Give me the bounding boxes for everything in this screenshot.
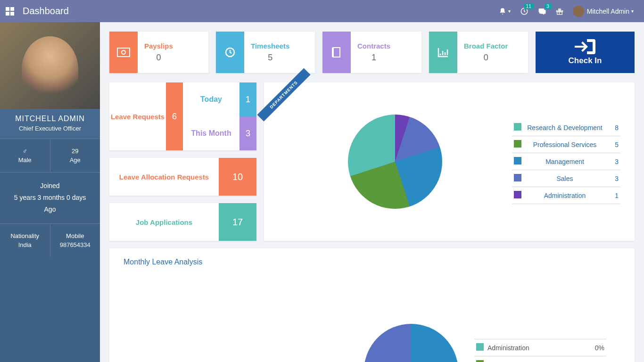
leave-month: This Month3 — [183, 116, 256, 150]
profile-name-block: MITCHELL ADMIN Chief Executive Officer — [0, 109, 100, 139]
profile-photo — [0, 22, 100, 109]
main-content: Payslips0 Timesheets5 Contracts1 Broad F… — [100, 22, 644, 362]
profile-name: MITCHELL ADMIN — [0, 115, 100, 123]
card-payslips[interactable]: Payslips0 — [109, 32, 208, 73]
activities-icon[interactable]: 11 — [520, 7, 528, 16]
legend-row[interactable]: Sales0% — [474, 356, 606, 362]
card-leave-allocation[interactable]: Leave Allocation Requests 10 — [109, 158, 256, 196]
card-job-applications[interactable]: Job Applications 17 — [109, 203, 256, 241]
chart-icon — [429, 32, 457, 73]
monthly-title: Monthly Leave Analysis — [124, 258, 620, 266]
profile-joined: Joined 5 years 3 months 0 days Ago — [0, 172, 100, 223]
signin-icon — [575, 39, 595, 54]
apps-icon[interactable] — [6, 7, 14, 16]
notifications-icon[interactable]: ▾ — [499, 8, 511, 15]
page-title: Dashboard — [23, 6, 69, 16]
legend-row[interactable]: Research & Development8 — [512, 119, 620, 136]
legend-row[interactable]: Professional Services5 — [512, 136, 620, 153]
messages-badge: 3 — [545, 3, 551, 9]
top-bar: Dashboard ▾ 11 3 Mitchell Admin ▾ — [0, 0, 644, 22]
monthly-legend: Administration0%Sales0%Management40% — [474, 339, 606, 362]
money-icon — [109, 32, 138, 73]
user-name: Mitchell Admin — [587, 8, 629, 15]
svg-point-2 — [122, 50, 125, 54]
legend-row[interactable]: Administration1 — [512, 187, 620, 204]
profile-gender: ♂ Male — [0, 139, 50, 172]
departments-chart: DEPARTMENTS Research & Development8Profe… — [264, 82, 635, 241]
profile-nationality: Nationality India — [0, 224, 50, 257]
departments-pie — [348, 115, 442, 209]
svg-rect-1 — [117, 48, 130, 57]
book-icon — [322, 32, 351, 73]
card-timesheets[interactable]: Timesheets5 — [216, 32, 315, 73]
avatar — [573, 6, 584, 17]
clock-icon — [216, 32, 244, 73]
profile-age: 29 Age — [50, 139, 100, 172]
monthly-leave-chart: Monthly Leave Analysis Administration0%S… — [109, 248, 635, 362]
gift-icon[interactable] — [556, 8, 563, 15]
legend-row[interactable]: Administration0% — [474, 339, 606, 356]
user-menu[interactable]: Mitchell Admin ▾ — [573, 6, 634, 17]
card-leave-requests[interactable]: Leave Requests 6 Today1 This Month3 — [109, 82, 256, 150]
legend-row[interactable]: Management3 — [512, 153, 620, 170]
departments-legend: Research & Development8Professional Serv… — [512, 119, 620, 204]
profile-title: Chief Executive Officer — [0, 125, 100, 132]
sidebar: MITCHELL ADMIN Chief Executive Officer ♂… — [0, 22, 100, 362]
gender-icon: ♂ — [2, 148, 48, 155]
card-broad-factor[interactable]: Broad Factor0 — [429, 32, 528, 73]
leave-today: Today1 — [183, 82, 256, 116]
activities-badge: 11 — [524, 3, 533, 9]
legend-row[interactable]: Sales3 — [512, 170, 620, 187]
checkin-button[interactable]: Check In — [536, 32, 635, 73]
profile-mobile: Mobile 987654334 — [50, 224, 100, 257]
monthly-pie — [364, 324, 458, 362]
messages-icon[interactable]: 3 — [538, 7, 546, 16]
card-contracts[interactable]: Contracts1 — [322, 32, 421, 73]
